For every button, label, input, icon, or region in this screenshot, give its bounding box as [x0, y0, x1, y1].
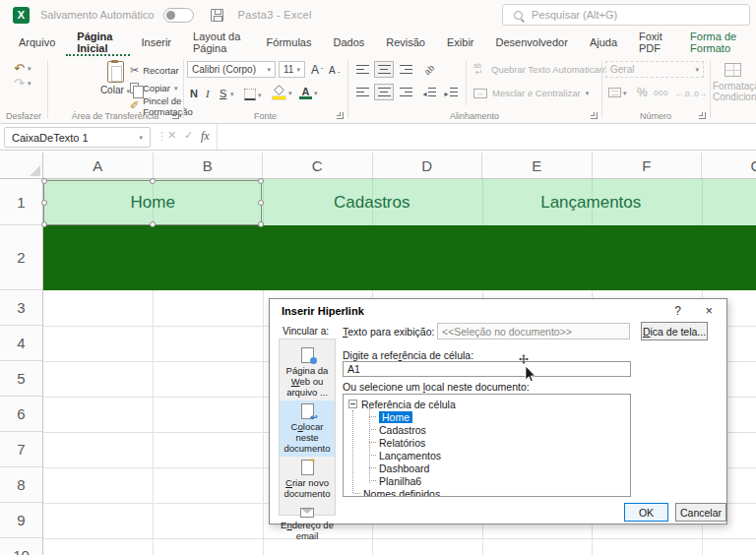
tree-item-planilha6[interactable]: Planilha6: [348, 474, 625, 487]
tree-item-label: Lançamentos: [379, 450, 441, 462]
row-header-8[interactable]: 8: [0, 467, 42, 503]
sidebar-item-place-in-document[interactable]: Colocar neste documento: [280, 401, 335, 457]
dialog-launcher-icon[interactable]: [591, 112, 598, 119]
display-text-input: <<Seleção no documento>>: [437, 323, 630, 339]
cell-reference-input[interactable]: A1: [343, 361, 631, 377]
collapse-icon[interactable]: [348, 400, 357, 408]
tree-item-label: Cadastros: [379, 424, 426, 436]
borders-icon: [244, 89, 256, 100]
insert-function-icon[interactable]: fx: [201, 129, 210, 144]
column-header-c[interactable]: C: [263, 153, 373, 178]
column-header-a[interactable]: A: [43, 153, 154, 178]
underline-button[interactable]: S: [220, 86, 226, 101]
chevron-down-icon[interactable]: [230, 91, 234, 97]
undo-button[interactable]: [14, 61, 47, 75]
sidebar-item-email[interactable]: Endereço de email: [280, 502, 335, 544]
decrease-indent-button[interactable]: [419, 84, 439, 100]
dialog-launcher-icon[interactable]: [337, 112, 344, 119]
paste-label: Colar: [100, 85, 124, 95]
merge-center-icon: [473, 89, 487, 98]
undo-group: Desfazer: [0, 56, 47, 123]
column-header-f[interactable]: F: [593, 153, 703, 178]
tab-foxit-pdf[interactable]: Foxit PDF: [628, 30, 679, 56]
align-right-button[interactable]: [396, 84, 415, 100]
autosave-toggle[interactable]: [163, 8, 194, 23]
row-header-5[interactable]: 5: [0, 361, 42, 397]
number-group-label: Número: [601, 111, 710, 121]
column-header-d[interactable]: D: [373, 153, 483, 178]
close-icon[interactable]: ×: [705, 303, 713, 318]
increase-font-button[interactable]: Aˆ: [311, 62, 323, 78]
increase-indent-button[interactable]: [441, 84, 461, 100]
font-color-button[interactable]: [299, 85, 318, 100]
font-size-value: 11: [284, 64, 293, 75]
banner-gridline: [153, 179, 154, 225]
column-header-e[interactable]: E: [482, 153, 593, 178]
formula-input[interactable]: [217, 124, 756, 150]
tree-item-dashboard[interactable]: Dashboard: [348, 462, 625, 474]
tree-item-lancamentos[interactable]: Lançamentos: [348, 449, 625, 462]
row-header-3[interactable]: 3: [0, 290, 42, 326]
align-top-button[interactable]: [352, 61, 372, 78]
borders-button[interactable]: [244, 87, 262, 102]
tree-item-relatorios[interactable]: Relatórios: [348, 436, 625, 449]
row-header-9[interactable]: 9: [0, 503, 42, 538]
cancel-button[interactable]: Cancelar: [675, 503, 726, 522]
tree-root-defined-names[interactable]: Nomes definidos: [348, 487, 625, 497]
row-header-7[interactable]: 7: [0, 432, 42, 467]
conditional-formatting-label-2: Condicional: [710, 92, 756, 102]
save-icon[interactable]: [211, 9, 223, 22]
tab-revisao[interactable]: Revisão: [375, 30, 436, 56]
align-center-button[interactable]: [374, 84, 394, 100]
ok-button[interactable]: OK: [624, 503, 668, 522]
tab-ajuda[interactable]: Ajuda: [579, 30, 628, 56]
dialog-launcher-icon[interactable]: [172, 112, 179, 119]
tab-pagina-inicial[interactable]: Página Inicial: [66, 30, 130, 56]
search-box[interactable]: Pesquisar (Alt+G): [502, 4, 750, 26]
document-location-tree[interactable]: Referência de célula Home Cadastros Rela…: [343, 394, 631, 497]
font-size-combo[interactable]: 11: [279, 61, 305, 78]
dark-green-band-row[interactable]: [43, 225, 756, 290]
decrease-font-button[interactable]: Aˆ: [329, 62, 340, 78]
align-left-icon: [356, 88, 369, 96]
align-bottom-button[interactable]: [396, 61, 415, 78]
tab-exibir[interactable]: Exibir: [436, 30, 485, 56]
column-header-b[interactable]: B: [154, 153, 264, 178]
tab-desenvolvedor[interactable]: Desenvolvedor: [485, 30, 579, 56]
search-icon: [514, 11, 523, 20]
sidebar-item-new-document[interactable]: Criar novo documento: [280, 457, 335, 502]
italic-button[interactable]: I: [206, 86, 210, 101]
tree-item-cadastros[interactable]: Cadastros: [348, 423, 625, 436]
row-header-6[interactable]: 6: [0, 397, 42, 432]
fill-color-button[interactable]: [272, 85, 292, 100]
tab-inserir[interactable]: Inserir: [130, 30, 182, 56]
orientation-button[interactable]: [419, 61, 439, 78]
font-name-combo[interactable]: Calibri (Corpo): [187, 61, 276, 78]
tab-arquivo[interactable]: Arquivo: [8, 30, 66, 56]
tab-dados[interactable]: Dados: [322, 30, 375, 56]
title-bar: Salvamento Automático Pasta3 - Excel Pes…: [0, 0, 756, 30]
tab-layout-da-pagina[interactable]: Layout da Página: [182, 30, 256, 56]
bold-button[interactable]: N: [190, 86, 198, 101]
copy-button[interactable]: Copiar: [130, 81, 178, 95]
select-all-corner[interactable]: [0, 153, 43, 179]
align-left-button[interactable]: [352, 84, 372, 100]
cut-button[interactable]: Recortar: [130, 63, 179, 78]
paste-button[interactable]: Colar: [98, 60, 132, 95]
row-header-10[interactable]: 10: [0, 538, 42, 555]
dialog-launcher-icon[interactable]: [699, 112, 706, 119]
tab-formulas[interactable]: Fórmulas: [256, 30, 323, 56]
tab-forma-de-formato[interactable]: Forma de Formato: [679, 30, 756, 56]
name-box[interactable]: CaixaDeTexto 1: [4, 127, 151, 148]
align-middle-button[interactable]: [374, 61, 394, 78]
screentip-button[interactable]: Dica de tela...: [641, 322, 708, 340]
row-header-2[interactable]: 2: [0, 225, 42, 290]
tree-root-cell-reference[interactable]: Referência de célula: [348, 398, 625, 410]
dialog-help-button[interactable]: ?: [674, 304, 681, 318]
row-header-4[interactable]: 4: [0, 326, 42, 361]
tree-item-home[interactable]: Home: [348, 410, 625, 423]
column-header-g[interactable]: G: [702, 153, 756, 178]
sidebar-item-web-page[interactable]: Página da Web ou arquivo ...: [280, 344, 335, 401]
row-header-1[interactable]: 1: [0, 179, 42, 225]
cancel-entry-icon: [167, 129, 176, 142]
